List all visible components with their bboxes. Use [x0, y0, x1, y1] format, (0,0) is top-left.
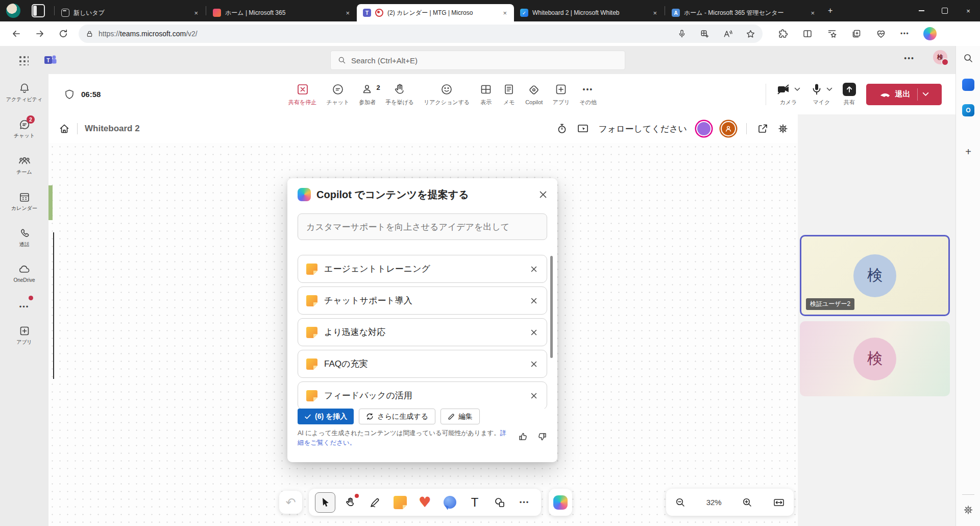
- tab-close-icon[interactable]: ×: [651, 9, 659, 17]
- browser-essentials-icon[interactable]: [876, 29, 886, 39]
- participant-tile[interactable]: 検: [800, 321, 950, 396]
- settings-gear-icon[interactable]: [777, 123, 789, 134]
- workspaces-icon[interactable]: [32, 4, 45, 17]
- raise-hand-button[interactable]: 手を挙げる: [385, 83, 414, 106]
- remove-suggestion-icon[interactable]: [529, 296, 538, 305]
- sidebar-item-chat[interactable]: 2 チャット: [0, 118, 48, 147]
- collaborator-avatar[interactable]: [721, 121, 736, 136]
- more-tools[interactable]: •••: [514, 492, 535, 513]
- timer-icon[interactable]: [556, 123, 568, 134]
- chevron-down-icon[interactable]: [922, 92, 929, 97]
- suggestion-item[interactable]: チャットサポート導入: [298, 286, 547, 315]
- chevron-down-icon[interactable]: [794, 87, 800, 91]
- suggestion-item[interactable]: エージェントトレーニング: [298, 255, 547, 283]
- tab-teams-calendar-active[interactable]: T (2) カレンダー | MTG | Microso ×: [357, 4, 514, 21]
- react-button[interactable]: リアクションする: [424, 83, 470, 106]
- outlook-app-icon[interactable]: O: [962, 104, 974, 116]
- select-tool[interactable]: [315, 492, 335, 513]
- copilot-button[interactable]: Copilot: [525, 83, 543, 105]
- tab-close-icon[interactable]: ×: [501, 9, 509, 17]
- sidebar-item-apps[interactable]: アプリ: [0, 325, 48, 353]
- remove-suggestion-icon[interactable]: [529, 265, 538, 274]
- suggestion-item[interactable]: フィードバックの活用: [298, 381, 547, 409]
- sidebar-item-activity[interactable]: アクティビティ: [0, 82, 48, 111]
- comment-tool[interactable]: [439, 492, 460, 513]
- search-input[interactable]: Search (Ctrl+Alt+E): [330, 51, 625, 70]
- add-sidebar-app-icon[interactable]: +: [965, 146, 971, 158]
- browser-settings-more-icon[interactable]: •••: [900, 30, 909, 37]
- minimize-button[interactable]: [910, 0, 933, 21]
- sidebar-item-onedrive[interactable]: OneDrive: [0, 264, 48, 292]
- view-button[interactable]: 表示: [479, 83, 493, 106]
- presenter-mode-icon[interactable]: [577, 123, 589, 134]
- follow-presenter-label[interactable]: フォローしてください: [598, 123, 687, 135]
- whiteboard-canvas[interactable]: Copilot でコンテンツを提案する カスタマーサポートを向上させるアイデアを…: [48, 143, 798, 526]
- sidebar-item-calls[interactable]: 通話: [0, 227, 48, 256]
- text-tool[interactable]: T: [464, 492, 485, 513]
- pan-tool[interactable]: [340, 492, 360, 513]
- favorites-icon[interactable]: [827, 29, 837, 39]
- app-launcher-icon[interactable]: [18, 55, 29, 65]
- home-icon[interactable]: [59, 123, 70, 134]
- zoom-out-icon[interactable]: [675, 497, 685, 508]
- ink-pen-tool[interactable]: [365, 492, 385, 513]
- m365-copilot-app-icon[interactable]: [962, 79, 974, 91]
- generate-more-button[interactable]: さらに生成する: [359, 409, 435, 424]
- sidebar-settings-gear-icon[interactable]: [963, 505, 974, 515]
- tab-close-icon[interactable]: ×: [344, 9, 352, 17]
- tab-close-icon[interactable]: ×: [192, 9, 200, 17]
- split-screen-icon[interactable]: [802, 29, 813, 39]
- url-text[interactable]: https://teams.microsoft.com/v2/: [99, 30, 664, 38]
- copilot-browser-button[interactable]: [923, 27, 937, 40]
- suggestion-item[interactable]: FAQの充実: [298, 350, 547, 378]
- participant-tile[interactable]: 検 検証ユーザー2: [800, 235, 950, 316]
- chevron-down-icon[interactable]: [826, 87, 832, 91]
- refresh-icon[interactable]: [58, 29, 68, 39]
- tab-admin-center[interactable]: A ホーム - Microsoft 365 管理センター ×: [666, 4, 822, 21]
- camera-control[interactable]: カメラ: [776, 83, 800, 106]
- shield-icon[interactable]: [64, 89, 75, 100]
- sidebar-item-calendar[interactable]: カレンダー: [0, 191, 48, 220]
- whiteboard-copilot-button[interactable]: [549, 489, 572, 516]
- zoom-in-icon[interactable]: [742, 497, 752, 508]
- undo-button[interactable]: ↶: [279, 491, 302, 514]
- address-bar[interactable]: https://teams.microsoft.com/v2/: [79, 25, 763, 43]
- sticky-note-tool[interactable]: [390, 492, 410, 513]
- new-tab-button[interactable]: +: [822, 6, 839, 15]
- fit-to-screen-icon[interactable]: [773, 498, 785, 507]
- tab-whiteboard[interactable]: ✓ Whiteboard 2 | Microsoft Whiteb ×: [514, 4, 664, 21]
- sidebar-search-icon[interactable]: [963, 53, 973, 63]
- reaction-heart-tool[interactable]: ♥: [414, 492, 435, 513]
- thumbs-down-icon[interactable]: [537, 432, 547, 442]
- presenter-avatar[interactable]: [696, 121, 712, 136]
- tab-close-icon[interactable]: ×: [808, 9, 817, 17]
- back-icon[interactable]: [11, 29, 21, 39]
- maximize-button[interactable]: [933, 0, 957, 21]
- insert-button[interactable]: (6) を挿入: [298, 409, 354, 424]
- collections-icon[interactable]: [851, 29, 862, 39]
- more-actions-button[interactable]: ••• その他: [579, 83, 597, 106]
- leave-meeting-button[interactable]: 退出: [866, 84, 942, 105]
- prompt-input[interactable]: カスタマーサポートを向上させるアイデアを出して: [298, 213, 547, 240]
- stop-sharing-button[interactable]: 共有を停止: [288, 83, 316, 106]
- extensions-icon[interactable]: [778, 29, 788, 39]
- apps-button[interactable]: アプリ: [552, 83, 570, 106]
- dialog-scrollbar[interactable]: [550, 256, 553, 358]
- app-install-icon[interactable]: [700, 29, 709, 39]
- lock-icon[interactable]: [86, 30, 93, 38]
- thumbs-up-icon[interactable]: [518, 432, 528, 442]
- read-aloud-icon[interactable]: [723, 29, 732, 39]
- shapes-tool[interactable]: [489, 492, 510, 513]
- user-avatar[interactable]: 検: [933, 50, 947, 64]
- share-control[interactable]: 共有: [843, 83, 856, 106]
- edit-button[interactable]: 編集: [440, 409, 480, 424]
- canvas-object-green[interactable]: [48, 185, 53, 220]
- notes-button[interactable]: メモ: [502, 83, 516, 106]
- forward-icon[interactable]: [35, 29, 45, 39]
- bookmark-star-icon[interactable]: [746, 29, 755, 39]
- remove-suggestion-icon[interactable]: [529, 360, 538, 369]
- sidebar-item-teams[interactable]: チーム: [0, 155, 48, 183]
- dialog-close-icon[interactable]: [538, 189, 548, 200]
- remove-suggestion-icon[interactable]: [529, 391, 538, 400]
- teams-more-options-icon[interactable]: •••: [904, 54, 915, 62]
